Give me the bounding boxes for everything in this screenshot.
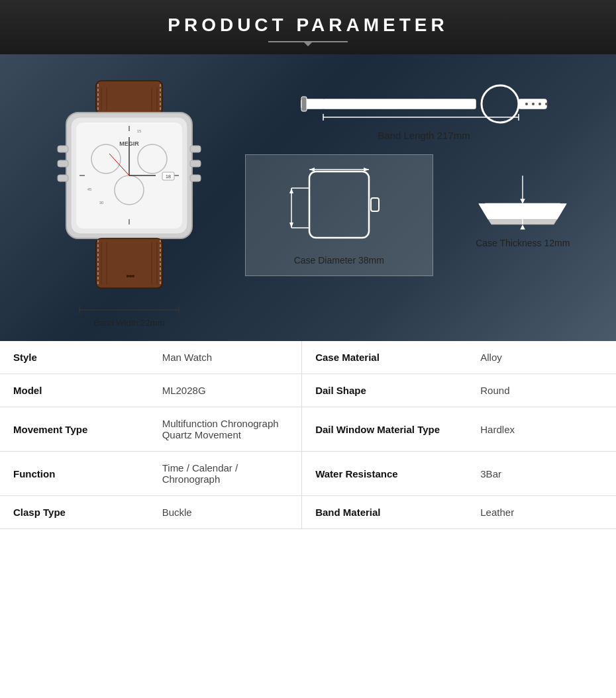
svg-marker-66 (364, 168, 369, 172)
svg-rect-26 (190, 175, 201, 181)
svg-point-51 (532, 103, 535, 105)
params-table: StyleMan WatchCase MaterialAlloyModelML2… (0, 341, 616, 529)
band-length-diagram: Band Length 217mm (245, 81, 603, 141)
param-label-0-2: Case Material (302, 341, 468, 374)
svg-rect-47 (323, 99, 476, 109)
svg-point-50 (525, 103, 528, 105)
svg-point-37 (127, 275, 129, 277)
svg-rect-21 (58, 146, 68, 152)
svg-text:30: 30 (99, 201, 104, 205)
svg-marker-63 (289, 223, 293, 228)
svg-text:45: 45 (87, 187, 92, 191)
svg-rect-57 (309, 172, 369, 238)
band-length-text: Band Length 217mm (378, 130, 470, 141)
svg-rect-32 (96, 238, 162, 288)
svg-point-52 (539, 103, 541, 105)
param-label-0-1: Style (0, 341, 149, 374)
table-row: Movement TypeMultifunction Chronograph Q… (0, 407, 616, 452)
svg-rect-24 (190, 146, 201, 152)
param-label-3-2: Water Resistance (302, 452, 468, 496)
case-diameter-text: Case Diameter 38mm (294, 255, 384, 266)
param-label-4-2: Band Material (302, 496, 468, 529)
param-value-1-1: ML2028G (149, 374, 302, 407)
table-row: Clasp TypeBuckleBand MaterialLeather (0, 496, 616, 529)
svg-point-53 (545, 103, 548, 105)
param-label-1-2: Dail Shape (302, 374, 468, 407)
table-row: FunctionTime / Calendar / ChronographWat… (0, 452, 616, 496)
param-value-4-1: Buckle (149, 496, 302, 529)
band-width-text: Band Width:22mm (94, 318, 165, 328)
watch-container: MEGIR 18 45 30 15 (13, 74, 245, 328)
param-label-3-1: Function (0, 452, 149, 496)
svg-point-38 (129, 275, 132, 277)
param-value-1-2: Round (467, 374, 616, 407)
svg-marker-62 (289, 188, 293, 193)
param-label-4-1: Clasp Type (0, 496, 149, 529)
svg-rect-23 (58, 175, 68, 181)
svg-marker-65 (309, 168, 315, 172)
svg-rect-58 (371, 198, 379, 211)
svg-rect-46 (301, 97, 307, 111)
page-title: PRODUCT PARAMETER (0, 15, 616, 36)
param-value-2-1: Multifunction Chronograph Quartz Movemen… (149, 407, 302, 452)
svg-text:18: 18 (166, 174, 171, 179)
svg-text:15: 15 (137, 129, 142, 133)
case-diameter-box: Case Diameter 38mm (245, 154, 433, 276)
page-header: PRODUCT PARAMETER (0, 0, 616, 54)
svg-point-39 (132, 275, 134, 277)
param-label-2-2: Dail Window Material Type (302, 407, 468, 452)
param-value-3-1: Time / Calendar / Chronograph (149, 452, 302, 496)
specs-container: Band Length 217mm (245, 74, 603, 276)
case-thickness-text: Case Thickness 12mm (476, 238, 570, 248)
param-value-4-2: Leather (467, 496, 616, 529)
param-value-2-2: Hardlex (467, 407, 616, 452)
table-row: StyleMan WatchCase MaterialAlloy (0, 341, 616, 374)
svg-rect-22 (58, 160, 68, 167)
band-width-label: Band Width:22mm (76, 305, 182, 328)
svg-rect-25 (190, 160, 201, 167)
param-value-0-1: Man Watch (149, 341, 302, 374)
visual-area: MEGIR 18 45 30 15 (0, 54, 616, 341)
case-thickness-box: Case Thickness 12mm (443, 154, 603, 248)
watch-image: MEGIR 18 45 30 15 (30, 74, 229, 299)
svg-rect-0 (96, 81, 162, 114)
param-value-0-2: Alloy (467, 341, 616, 374)
header-divider (268, 41, 348, 42)
param-value-3-2: 3Bar (467, 452, 616, 496)
table-row: ModelML2028GDail ShapeRound (0, 374, 616, 407)
param-label-2-1: Movement Type (0, 407, 149, 452)
param-label-1-1: Model (0, 374, 149, 407)
svg-marker-71 (520, 224, 525, 230)
svg-marker-69 (520, 199, 525, 204)
bottom-diagrams: Case Diameter 38mm Case Thickne (245, 154, 603, 276)
